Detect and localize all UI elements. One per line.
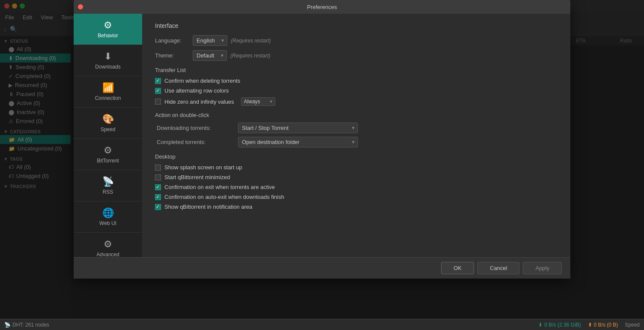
language-row: Language: English ▼ (Requires restart) <box>155 35 558 46</box>
dialog-title: Preferences <box>307 4 337 10</box>
theme-dropdown: Default ▼ <box>193 50 227 61</box>
language-select[interactable]: English <box>193 35 227 46</box>
dialog-main-content: Interface Language: English ▼ (Requires … <box>142 14 570 257</box>
nav-rss[interactable]: 📡 RSS <box>74 170 142 201</box>
confirm-auto-exit-checkbox[interactable] <box>155 194 161 200</box>
nav-behavior-label: Behavior <box>98 33 118 39</box>
downloads-icon: ⬇ <box>104 51 112 62</box>
dht-status: 📡 DHT: 261 nodes <box>4 322 49 328</box>
nav-connection[interactable]: 📶 Connection <box>74 76 142 108</box>
connection-icon: 📶 <box>102 82 114 93</box>
theme-select[interactable]: Default <box>193 50 227 61</box>
desktop-section-title: Desktop <box>155 153 558 160</box>
downloading-torrents-label: Downloading torrents: <box>157 125 234 131</box>
nav-webui[interactable]: 🌐 Web UI <box>74 201 142 233</box>
nav-advanced-label: Advanced <box>96 252 119 257</box>
upload-status: ⬆ 0 B/s (0 B) <box>588 322 618 328</box>
hide-zero-row: Hide zero and infinity values Always <box>155 97 558 106</box>
dialog-nav: ⚙ Behavior ⬇ Downloads 📶 Connection 🎨 Sp… <box>74 14 142 257</box>
status-bar: 📡 DHT: 261 nodes ⬇ 0 B/s (2.36 GiB) ⬆ 0 … <box>0 319 644 330</box>
confirm-exit-label[interactable]: Confirmation on exit when torrents are a… <box>164 184 275 190</box>
nav-behavior[interactable]: ⚙ Behavior <box>74 14 142 45</box>
upload-arrow-icon: ⬆ <box>588 322 592 328</box>
advanced-icon: ⚙ <box>104 239 112 250</box>
hide-zero-select[interactable]: Always <box>241 97 275 106</box>
hide-zero-checkbox[interactable] <box>155 99 161 105</box>
bittorrent-icon: ⚙ <box>104 145 112 156</box>
ok-button[interactable]: OK <box>441 262 474 274</box>
double-click-section-title: Action on double-click <box>155 112 558 118</box>
hide-zero-label[interactable]: Hide zero and infinity values <box>164 99 234 105</box>
downloading-torrents-dropdown: Start / Stop Torrent ▼ <box>238 123 358 133</box>
download-status: ⬇ 0 B/s (2.36 GiB) <box>538 322 581 328</box>
apply-button[interactable]: Apply <box>523 262 562 274</box>
theme-row: Theme: Default ▼ (Requires restart) <box>155 50 558 61</box>
splash-screen-row: Show splash screen on start up <box>155 164 558 171</box>
interface-section-title: Interface <box>155 22 558 29</box>
dht-icon: 📡 <box>4 322 11 328</box>
show-notification-row: Show qBittorrent in notification area <box>155 204 558 210</box>
completed-torrents-row: Completed torrents: Open destination fol… <box>155 137 558 147</box>
nav-rss-label: RSS <box>103 189 113 195</box>
confirm-delete-row: Confirm when deleting torrents <box>155 78 558 84</box>
preferences-dialog: Preferences ⚙ Behavior ⬇ Downloads 📶 <box>74 0 570 279</box>
completed-torrents-label: Completed torrents: <box>157 139 234 145</box>
dialog-body: ⚙ Behavior ⬇ Downloads 📶 Connection 🎨 Sp… <box>74 14 570 257</box>
nav-speed[interactable]: 🎨 Speed <box>74 108 142 139</box>
confirm-delete-label[interactable]: Confirm when deleting torrents <box>164 78 240 84</box>
start-minimized-row: Start qBittorrent minimized <box>155 174 558 180</box>
confirm-exit-row: Confirmation on exit when torrents are a… <box>155 184 558 190</box>
alternating-rows-label[interactable]: Use alternating row colors <box>164 87 229 94</box>
webui-icon: 🌐 <box>102 207 114 219</box>
download-arrow-icon: ⬇ <box>538 322 543 328</box>
nav-connection-label: Connection <box>95 95 121 101</box>
show-notification-label[interactable]: Show qBittorrent in notification area <box>164 204 252 210</box>
nav-downloads-label: Downloads <box>95 64 120 70</box>
rss-icon: 📡 <box>102 176 114 187</box>
alternating-rows-row: Use alternating row colors <box>155 87 558 94</box>
splash-screen-checkbox[interactable] <box>155 165 161 171</box>
nav-webui-label: Web UI <box>99 220 116 226</box>
dialog-title-bar: Preferences <box>74 0 570 14</box>
behavior-icon: ⚙ <box>104 20 112 31</box>
theme-restart-note: (Requires restart) <box>230 53 270 59</box>
nav-bittorrent-label: BitTorrent <box>97 158 119 164</box>
language-restart-note: (Requires restart) <box>231 38 271 44</box>
confirm-exit-checkbox[interactable] <box>155 184 161 190</box>
confirm-auto-exit-row: Confirmation on auto-exit when downloads… <box>155 194 558 200</box>
downloading-torrents-row: Downloading torrents: Start / Stop Torre… <box>155 123 558 133</box>
completed-torrents-select[interactable]: Open destination folder <box>238 137 358 147</box>
dialog-footer: OK Cancel Apply <box>74 257 570 279</box>
nav-speed-label: Speed <box>101 126 116 132</box>
language-label: Language: <box>155 37 189 44</box>
preferences-overlay: Preferences ⚙ Behavior ⬇ Downloads 📶 <box>0 0 644 330</box>
theme-label: Theme: <box>155 52 189 59</box>
language-dropdown: English ▼ <box>193 35 227 46</box>
speed-icon: 🎨 <box>102 114 114 125</box>
main-layout: ↕ 🔍 ▼ STATUS ⬤ All (0) ⬇ Downloading (0)… <box>0 22 644 330</box>
confirm-delete-checkbox[interactable] <box>155 78 161 84</box>
start-minimized-checkbox[interactable] <box>155 174 161 180</box>
dialog-close-button[interactable] <box>78 4 83 9</box>
speed-status: Speed <box>625 322 640 328</box>
nav-downloads[interactable]: ⬇ Downloads <box>74 45 142 76</box>
confirm-auto-exit-label[interactable]: Confirmation on auto-exit when downloads… <box>164 194 284 200</box>
start-minimized-label[interactable]: Start qBittorrent minimized <box>164 174 230 180</box>
nav-advanced[interactable]: ⚙ Advanced <box>74 233 142 257</box>
transfer-list-section-title: Transfer List <box>155 67 558 73</box>
completed-torrents-dropdown: Open destination folder ▼ <box>238 137 358 147</box>
alternating-rows-checkbox[interactable] <box>155 88 161 94</box>
hide-zero-select-wrapper: Always <box>241 97 275 106</box>
nav-bittorrent[interactable]: ⚙ BitTorrent <box>74 139 142 170</box>
splash-screen-label[interactable]: Show splash screen on start up <box>164 164 242 171</box>
downloading-torrents-select[interactable]: Start / Stop Torrent <box>238 123 358 133</box>
show-notification-checkbox[interactable] <box>155 204 161 210</box>
cancel-button[interactable]: Cancel <box>477 262 519 274</box>
